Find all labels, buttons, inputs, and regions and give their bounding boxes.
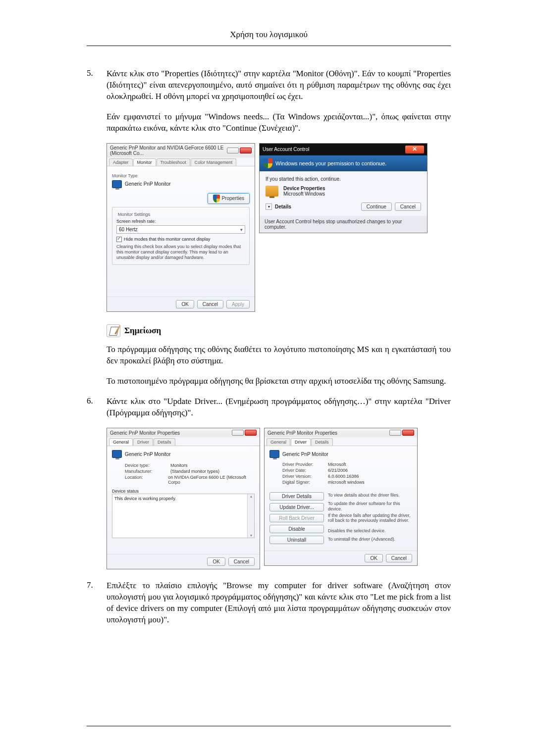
tab-driver[interactable]: Driver (291, 438, 311, 446)
close-button[interactable]: ✕ (405, 146, 424, 153)
driver-date-label: Driver Date: (282, 468, 328, 473)
update-driver-button[interactable]: Update Driver... (269, 503, 324, 511)
uac-publisher: Microsoft Windows (283, 191, 325, 197)
uac-footer-text: User Account Control helps stop unauthor… (260, 216, 427, 233)
hide-modes-description: Clearing this check box allows you to se… (116, 244, 245, 261)
tab-driver[interactable]: Driver (133, 438, 153, 446)
note-header: Σημείωση (107, 324, 451, 337)
scroll-up-icon[interactable]: ▴ (250, 494, 252, 499)
hide-modes-checkbox[interactable] (116, 237, 122, 242)
uninstall-button[interactable]: Uninstall (269, 536, 324, 544)
note-label: Σημείωση (124, 326, 161, 336)
driver-version-value: 6.0.6000.16386 (328, 474, 359, 479)
tab-troubleshoot[interactable]: Troubleshoot (157, 158, 190, 166)
refresh-rate-label: Screen refresh rate: (116, 219, 245, 224)
uac-dialog: User Account Control ✕ Windows needs you… (259, 143, 428, 233)
ok-button[interactable]: OK (207, 557, 225, 566)
uac-program-name: Device Properties (283, 186, 325, 191)
device-status-label: Device status (112, 489, 255, 494)
cancel-button[interactable]: Cancel (395, 202, 421, 211)
uac-subprompt: If you started this action, continue. (266, 176, 421, 182)
monitor-properties-driver-dialog: Generic PnP Monitor Properties General D… (264, 428, 418, 566)
shield-icon (264, 158, 272, 168)
item-5-paragraph-2: Εάν εμφανιστεί το μήνυμα "Windows needs.… (107, 111, 451, 134)
location-value: on NVIDIA GeForce 6600 LE (Microsoft Cor… (168, 475, 255, 485)
device-name: Generic PnP Monitor (282, 452, 328, 457)
tab-adapter[interactable]: Adapter (109, 158, 133, 166)
screenshots-row-1: Generic PnP Monitor and NVIDIA GeForce 6… (107, 143, 451, 312)
dialog-title-text: Generic PnP Monitor Properties (268, 430, 337, 436)
note-icon (107, 324, 120, 337)
help-button[interactable] (389, 430, 401, 436)
uac-title-text: User Account Control (263, 147, 310, 152)
list-item-7: 7. Επιλέξτε το πλαίσιο επιλογής "Browse … (87, 580, 451, 626)
driver-details-desc: To view details about the driver files. (328, 490, 412, 498)
details-toggle[interactable]: Details (275, 204, 291, 209)
manufacturer-label: Manufacturer: (125, 469, 170, 474)
help-button[interactable] (232, 430, 244, 436)
tab-general[interactable]: General (267, 438, 290, 446)
monitor-type-label: Monitor Type (112, 173, 250, 178)
apply-button[interactable]: Apply (226, 300, 250, 308)
tab-details[interactable]: Details (311, 438, 333, 446)
close-button[interactable] (245, 430, 257, 436)
program-icon (266, 186, 278, 197)
properties-button-label: Properties (221, 195, 244, 201)
disable-button[interactable]: Disable (269, 525, 324, 533)
list-item-5: 5. Κάντε κλικ στο "Properties (Ιδιότητες… (87, 68, 451, 102)
cancel-button[interactable]: Cancel (197, 300, 223, 308)
footer-rule (87, 726, 451, 726)
driver-provider-label: Driver Provider: (282, 462, 328, 467)
ok-button[interactable]: OK (365, 554, 382, 562)
item-text: Κάντε κλικ στο "Update Driver... (Ενημέρ… (107, 396, 451, 419)
uac-prompt-text: Windows needs your permission to contion… (275, 160, 386, 166)
digital-signer-label: Digital Signer: (282, 480, 328, 485)
refresh-rate-value: 60 Hertz (119, 227, 138, 232)
disable-desc: Disables the selected device. (328, 523, 412, 534)
close-button[interactable] (402, 430, 414, 436)
monitor-settings-label: Monitor Settings (116, 212, 152, 217)
uac-prompt-bar: Windows needs your permission to contion… (260, 155, 427, 171)
manufacturer-value: (Standard monitor types) (170, 469, 219, 474)
dialog-titlebar: Generic PnP Monitor Properties (107, 428, 260, 437)
driver-details-button[interactable]: Driver Details (269, 492, 324, 501)
item-text: Κάντε κλικ στο "Properties (Ιδιότητες)" … (107, 68, 451, 102)
chevron-down-icon[interactable]: ▾ (266, 203, 272, 210)
tab-color-management[interactable]: Color Management (191, 158, 237, 166)
window-controls (227, 148, 252, 153)
monitor-properties-dialog: Generic PnP Monitor and NVIDIA GeForce 6… (107, 143, 255, 312)
cancel-button[interactable]: Cancel (386, 554, 412, 562)
header-rule (87, 46, 451, 46)
header-title: Χρήση του λογισμικού (87, 30, 451, 40)
item-text: Επιλέξτε το πλαίσιο επιλογής "Browse my … (107, 580, 451, 626)
properties-button[interactable]: Properties (208, 193, 250, 204)
tab-monitor[interactable]: Monitor (133, 158, 156, 166)
roll-back-desc: If the device fails after updating the d… (328, 512, 412, 524)
item-number: 5. (87, 68, 107, 102)
driver-provider-value: Microsoft (328, 462, 346, 467)
continue-button[interactable]: Continue (361, 202, 392, 211)
device-name: Generic PnP Monitor (125, 452, 171, 457)
dialog-title-text: Generic PnP Monitor Properties (110, 430, 180, 436)
digital-signer-value: microsoft windows (328, 480, 365, 485)
close-button[interactable] (240, 148, 252, 153)
list-item-6: 6. Κάντε κλικ στο "Update Driver... (Ενη… (87, 396, 451, 419)
monitor-icon (269, 450, 279, 458)
ok-button[interactable]: OK (176, 300, 194, 308)
device-status-text: This device is working properly. (114, 496, 176, 501)
driver-version-label: Driver Version: (282, 474, 328, 479)
roll-back-driver-button[interactable]: Roll Back Driver (269, 514, 324, 522)
chevron-down-icon (240, 227, 243, 232)
driver-date-value: 6/21/2006 (328, 468, 348, 473)
minimize-button[interactable] (227, 148, 239, 153)
scroll-down-icon[interactable]: ▾ (250, 533, 252, 538)
uninstall-desc: To uninstall the driver (Advanced). (328, 534, 412, 542)
refresh-rate-select[interactable]: 60 Hertz (116, 225, 245, 234)
tab-general[interactable]: General (109, 438, 133, 446)
update-driver-desc: To update the driver software for this d… (328, 498, 412, 512)
note-paragraph-2: Το πιστοποιημένο πρόγραμμα οδήγησης θα β… (107, 376, 451, 387)
uac-titlebar: User Account Control ✕ (260, 144, 427, 155)
cancel-button[interactable]: Cancel (228, 557, 255, 566)
dialog-titlebar: Generic PnP Monitor Properties (265, 428, 417, 437)
tab-details[interactable]: Details (154, 438, 175, 446)
